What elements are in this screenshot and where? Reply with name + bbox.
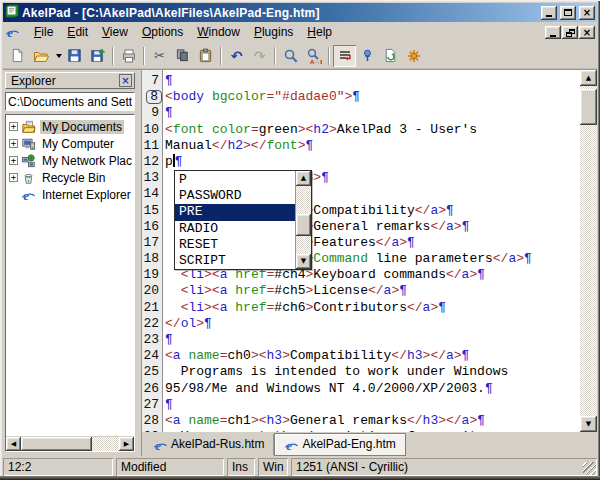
scroll-right-icon[interactable]: ▶ xyxy=(119,437,134,451)
toolbar-separator xyxy=(220,47,222,65)
popup-scrollbar[interactable]: ▲ ▼ xyxy=(295,171,311,269)
gear-icon xyxy=(406,48,422,64)
toolbar-separator xyxy=(143,47,145,65)
mdi-close-button[interactable]: × xyxy=(579,26,595,39)
editor-line-26: 2695/98/Me and Windows NT 4.0/2000/XP/20… xyxy=(142,381,580,397)
close-button[interactable]: × xyxy=(579,6,595,20)
open-file-button[interactable] xyxy=(29,45,52,67)
status-caret-position: 12:2 xyxy=(3,458,113,476)
copy-icon xyxy=(175,48,190,63)
line-code: <font color=green><h2>AkelPad 3 - User's xyxy=(163,122,580,138)
line-number: 22 xyxy=(142,316,163,332)
print-button[interactable] xyxy=(117,45,140,67)
editor-line-25: 25 Programs is intended to work under Wi… xyxy=(142,364,580,380)
pin-button[interactable] xyxy=(356,45,379,67)
line-number: 26 xyxy=(142,381,163,397)
redo-button[interactable]: ↷ xyxy=(248,45,271,67)
paste-button[interactable] xyxy=(194,45,217,67)
resize-grip[interactable] xyxy=(583,462,596,475)
save-button[interactable] xyxy=(63,45,86,67)
editor-line-20: 20 <li><a href=#ch5>License</a>¶ xyxy=(142,283,580,299)
open-folder-icon xyxy=(33,48,49,64)
window-title: AkelPad - [C:\AkelPad\AkelFiles\AkelPad-… xyxy=(22,6,538,20)
document-tab-akelpad-eng-htm[interactable]: eAkelPad-Eng.htm xyxy=(274,433,405,456)
line-number: 15 xyxy=(142,203,163,219)
copy-button[interactable] xyxy=(171,45,194,67)
pin-icon xyxy=(360,48,375,63)
toolbar: ✂↶↷A→B xyxy=(3,43,597,69)
autocomplete-item-password[interactable]: PASSWORD xyxy=(175,188,295,204)
line-number: 21 xyxy=(142,300,163,316)
line-number: 23 xyxy=(142,332,163,348)
editor-line-10: 10<font color=green><h2>AkelPad 3 - User… xyxy=(142,122,580,138)
line-code: <li><a href=#ch6>Contributors</a>¶ xyxy=(163,300,580,316)
scroll-down-icon[interactable]: ▼ xyxy=(296,254,311,269)
line-number: 24 xyxy=(142,348,163,364)
tree-item-recycle-bin[interactable]: +Recycle Bin xyxy=(9,169,134,186)
expand-plus-icon[interactable]: + xyxy=(9,122,18,131)
tab-label: AkelPad-Eng.htm xyxy=(302,437,395,451)
cut-button[interactable]: ✂ xyxy=(148,45,171,67)
open-file-button-dropdown[interactable] xyxy=(52,45,63,67)
line-code: You can get the description of menu item… xyxy=(163,429,580,432)
autocomplete-item-pre[interactable]: PRE xyxy=(175,204,295,220)
menu-plugins[interactable]: Plugins xyxy=(247,23,300,42)
menu-options[interactable]: Options xyxy=(135,23,190,42)
line-number: 7 xyxy=(142,73,163,89)
autocomplete-item-radio[interactable]: RADIO xyxy=(175,221,295,237)
explorer-close-icon[interactable]: × xyxy=(119,74,132,87)
replace-button[interactable]: A→B xyxy=(302,45,325,67)
editor-area[interactable]: 7¶8<body bgcolor="#dadae0">¶9¶10<font co… xyxy=(141,70,597,432)
scroll-up-icon[interactable]: ▲ xyxy=(580,70,597,86)
scrollbar-thumb[interactable] xyxy=(21,437,92,451)
reload-document-button[interactable] xyxy=(379,45,402,67)
autocomplete-item-script[interactable]: SCRIPT xyxy=(175,253,295,269)
window-bottom-edge xyxy=(0,476,600,480)
scrollbar-thumb[interactable] xyxy=(580,89,597,125)
autocomplete-item-p[interactable]: P xyxy=(175,172,295,188)
mdi-minimize-button[interactable] xyxy=(545,26,561,39)
scroll-left-icon[interactable]: ◀ xyxy=(6,437,21,451)
minimize-button[interactable] xyxy=(541,6,557,20)
internet-explorer-icon: e xyxy=(5,25,22,40)
explorer-path-input[interactable] xyxy=(5,92,135,111)
document-tab-akelpad-rus-htm[interactable]: eAkelPad-Rus.htm xyxy=(144,434,274,455)
scroll-down-icon[interactable]: ▼ xyxy=(580,416,597,432)
expand-plus-icon[interactable]: + xyxy=(9,139,18,148)
menu-window[interactable]: Window xyxy=(190,23,247,42)
editor-line-11: 11Manual</h2></font>¶ xyxy=(142,138,580,154)
scrollbar-thumb[interactable] xyxy=(296,214,311,236)
tree-horizontal-scrollbar[interactable]: ◀ ▶ xyxy=(6,436,134,451)
scroll-up-icon[interactable]: ▲ xyxy=(296,171,311,186)
menu-view[interactable]: View xyxy=(95,23,135,42)
autocomplete-item-reset[interactable]: RESET xyxy=(175,237,295,253)
menu-bar: e FileEditViewOptionsWindowPluginsHelp × xyxy=(3,22,597,43)
tree-item-my-computer[interactable]: +My Computer xyxy=(9,135,134,152)
save-all-button[interactable] xyxy=(86,45,109,67)
mdi-restore-button[interactable] xyxy=(562,26,578,39)
window-titlebar: AkelPad - [C:\AkelPad\AkelFiles\AkelPad-… xyxy=(3,3,597,22)
tree-item-label: My Computer xyxy=(40,137,116,151)
editor-line-22: 22</ol>¶ xyxy=(142,316,580,332)
plugin-settings-button[interactable] xyxy=(402,45,425,67)
line-code: 95/98/Me and Windows NT 4.0/2000/XP/2003… xyxy=(163,381,580,397)
new-file-button[interactable] xyxy=(6,45,29,67)
tree-item-my-network-plac[interactable]: +My Network Plac xyxy=(9,152,134,169)
expand-plus-icon[interactable]: + xyxy=(9,156,18,165)
menu-edit[interactable]: Edit xyxy=(60,23,95,42)
editor-vertical-scrollbar[interactable]: ▲ ▼ xyxy=(580,70,597,432)
tree-item-label: My Network Plac xyxy=(40,154,134,168)
status-bar: 12:2 Modified Ins Win 1251 (ANSI - Cyril… xyxy=(3,456,597,476)
toolbar-separator xyxy=(274,47,276,65)
find-button[interactable] xyxy=(279,45,302,67)
maximize-button[interactable] xyxy=(560,6,576,20)
editor-line-21: 21 <li><a href=#ch6>Contributors</a>¶ xyxy=(142,300,580,316)
menu-help[interactable]: Help xyxy=(300,23,339,42)
menu-file[interactable]: File xyxy=(27,23,60,42)
reload-document-icon xyxy=(383,48,398,63)
tree-item-internet-explorer[interactable]: +eInternet Explorer xyxy=(9,186,134,203)
tree-item-my-documents[interactable]: +My Documents xyxy=(9,118,134,135)
word-wrap-button[interactable] xyxy=(333,45,356,67)
expand-plus-icon[interactable]: + xyxy=(9,173,18,182)
undo-button[interactable]: ↶ xyxy=(225,45,248,67)
